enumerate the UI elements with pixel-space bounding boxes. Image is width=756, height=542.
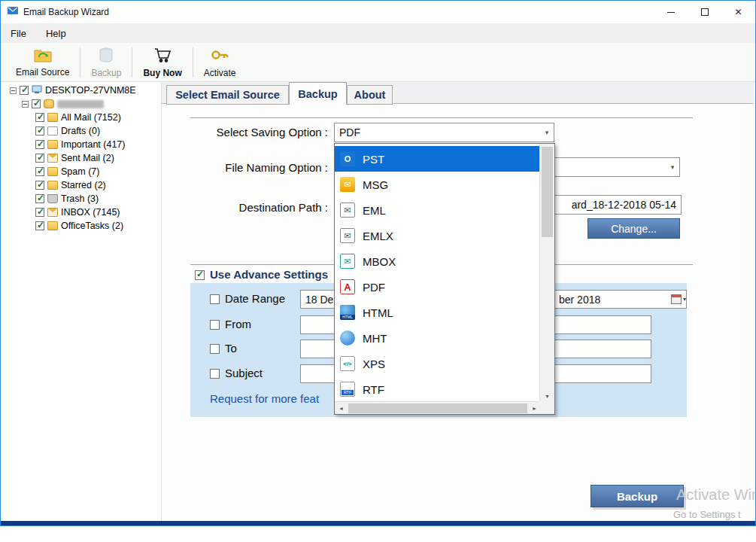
folder-label: Sent Mail (2) <box>61 153 114 163</box>
tab-about[interactable]: About <box>347 85 393 105</box>
vertical-scrollbar[interactable]: ▼ <box>539 144 554 402</box>
file-naming-label: File Naming Option : <box>178 161 328 174</box>
checkbox-checked[interactable] <box>20 86 29 95</box>
horizontal-scrollbar[interactable]: ◄ ► <box>335 401 541 414</box>
tree-folder-all-mail[interactable]: All Mail (7152) <box>7 111 161 124</box>
backup-button[interactable]: Backup <box>591 485 684 507</box>
scrollbar-thumb[interactable] <box>542 147 553 237</box>
checkbox-checked[interactable] <box>35 113 44 122</box>
activate-windows-watermark-sub: Go to Settings t <box>673 509 741 520</box>
dropdown-item-msg[interactable]: MSG <box>335 172 540 197</box>
toolbar: Email Source Backup Buy Now Activate <box>1 43 755 82</box>
checkbox-checked[interactable] <box>35 154 44 163</box>
checkbox-checked[interactable] <box>35 194 44 203</box>
use-advance-settings-checkbox[interactable] <box>195 270 205 280</box>
activate-windows-watermark: Activate Win <box>676 486 756 504</box>
change-button[interactable]: Change... <box>587 218 680 239</box>
mbox-envelope-icon <box>340 254 355 269</box>
dropdown-item-pst[interactable]: PST <box>335 146 540 172</box>
maximize-button[interactable] <box>688 2 721 23</box>
redacted-account-name <box>57 100 104 108</box>
minimize-button[interactable] <box>654 2 688 23</box>
checkbox-checked[interactable] <box>35 208 44 217</box>
email-source-label: Email Source <box>16 67 69 78</box>
checkbox-checked[interactable] <box>35 221 44 230</box>
dropdown-item-label: PDF <box>363 281 385 294</box>
date-end-value: ber 2018 <box>559 294 600 306</box>
envelope-icon <box>47 154 58 163</box>
mht-globe-icon <box>340 330 355 346</box>
key-icon <box>210 46 229 66</box>
eml-envelope-icon <box>340 202 355 218</box>
to-checkbox[interactable] <box>210 344 220 354</box>
dropdown-item-mbox[interactable]: MBOX <box>335 248 540 274</box>
tree-folder-sent-mail[interactable]: Sent Mail (2) <box>7 151 161 165</box>
tab-select-email-source[interactable]: Select Email Source <box>166 85 289 105</box>
folder-label: Spam (7) <box>61 166 99 177</box>
window-title: Email Backup Wizard <box>23 7 109 17</box>
tree-folder-important[interactable]: Important (417) <box>7 138 161 151</box>
account-icon <box>44 99 54 108</box>
tree-folder-starred[interactable]: Starred (2) <box>7 178 161 192</box>
collapse-icon[interactable] <box>22 101 29 108</box>
toolbar-separator <box>132 47 132 78</box>
dropdown-item-eml[interactable]: EML <box>335 197 540 223</box>
toolbar-button-email-source[interactable]: Email Source <box>8 44 77 81</box>
toolbar-separator <box>193 47 193 78</box>
dropdown-item-mht[interactable]: MHT <box>335 325 540 351</box>
file-naming-combobox[interactable]: ▾ <box>554 157 680 177</box>
tab-backup[interactable]: Backup <box>289 82 347 105</box>
dropdown-item-html[interactable]: HTML <box>335 300 540 325</box>
toolbar-button-activate[interactable]: Activate <box>196 44 244 81</box>
date-range-label: Date Range <box>225 292 285 305</box>
date-range-end-input[interactable]: ber 2018 ▾ <box>554 290 687 309</box>
close-button[interactable]: ✕ <box>721 2 755 23</box>
subject-checkbox[interactable] <box>210 369 220 379</box>
folder-label: INBOX (7145) <box>61 207 120 218</box>
folder-icon <box>47 167 58 176</box>
collapse-icon[interactable] <box>10 87 17 94</box>
toolbar-button-backup: Backup <box>83 44 129 81</box>
dropdown-item-label: PST <box>363 153 384 166</box>
checkbox-checked[interactable] <box>35 167 44 176</box>
saving-option-combobox[interactable]: PDF ▾ <box>334 123 554 142</box>
dropdown-item-pdf[interactable]: PDF <box>335 274 540 300</box>
toolbar-button-buy-now[interactable]: Buy Now <box>135 44 189 81</box>
dropdown-item-emlx[interactable]: EMLX <box>335 223 540 248</box>
tree-root-computer[interactable]: DESKTOP-27VNM8E <box>7 84 161 97</box>
checkbox-checked[interactable] <box>35 181 44 190</box>
msg-envelope-icon <box>340 177 355 192</box>
request-more-features-link[interactable]: Request for more feat <box>210 392 319 405</box>
tree-folder-spam[interactable]: Spam (7) <box>7 165 161 178</box>
scrollbar-thumb[interactable] <box>348 403 527 413</box>
from-checkbox[interactable] <box>210 320 220 330</box>
menu-item-file[interactable]: File <box>1 23 36 43</box>
dropdown-item-xps[interactable]: XPS <box>335 351 540 376</box>
folder-label: OfficeTasks (2) <box>61 221 123 231</box>
emlx-envelope-icon <box>340 228 355 243</box>
scroll-left-button[interactable]: ◄ <box>335 406 348 411</box>
email-folder-tree: DESKTOP-27VNM8E All Mail (7152) Drafts (… <box>7 84 161 519</box>
tree-folder-drafts[interactable]: Drafts (0) <box>7 124 161 138</box>
calendar-icon[interactable] <box>671 294 682 304</box>
destination-path-label: Destination Path : <box>178 201 328 214</box>
email-source-folder-icon <box>33 47 53 65</box>
tree-folder-inbox[interactable]: INBOX (7145) <box>7 206 161 219</box>
checkbox-checked[interactable] <box>35 140 44 149</box>
scroll-down-button[interactable]: ▼ <box>540 390 554 402</box>
folder-label: Important (417) <box>61 139 125 150</box>
destination-path-value: ard_18-12-2018 05-14 <box>572 199 676 211</box>
tree-folder-trash[interactable]: Trash (3) <box>7 192 161 206</box>
dropdown-item-label: MHT <box>363 332 387 345</box>
folder-icon <box>47 113 58 122</box>
checkbox-checked[interactable] <box>32 99 41 108</box>
checkbox-checked[interactable] <box>35 126 44 136</box>
dropdown-item-rtf[interactable]: RTF <box>335 376 540 402</box>
tree-account[interactable] <box>7 97 161 111</box>
date-range-checkbox[interactable] <box>210 294 220 304</box>
computer-name-label: DESKTOP-27VNM8E <box>45 85 136 96</box>
tree-folder-officetasks[interactable]: OfficeTasks (2) <box>7 219 161 233</box>
scrollbar-corner <box>539 401 554 414</box>
menu-item-help[interactable]: Help <box>36 23 76 43</box>
rtf-document-icon <box>340 382 355 397</box>
